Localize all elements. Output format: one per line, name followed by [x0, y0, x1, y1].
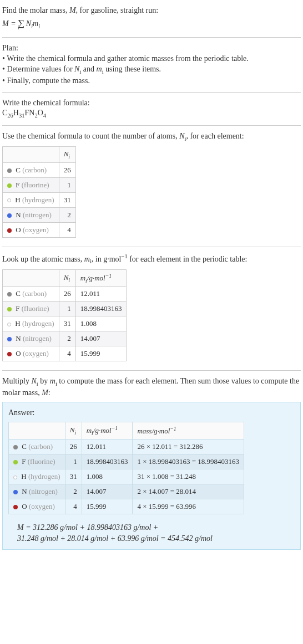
table-row: O (oxygen)4	[3, 222, 76, 237]
sub: 4	[43, 113, 46, 119]
table-row: F (fluorine)118.9984031631 × 18.99840316…	[9, 454, 244, 469]
sup: −1	[112, 425, 118, 431]
m-cell: 15.999	[82, 499, 133, 514]
table-header-row: Ni mi/g·mol−1	[3, 269, 127, 287]
text: using these items.	[104, 65, 161, 73]
var-M: M	[69, 6, 76, 14]
element-dot-icon	[7, 183, 12, 188]
unit: mass/g·mol	[137, 427, 170, 435]
n-cell: 2	[65, 484, 82, 499]
section-title: Multiply Ni by mi to compute the mass fo…	[2, 376, 301, 398]
unit: /g·mol	[93, 427, 112, 435]
text: , for each element:	[186, 132, 244, 140]
element-cell: F (fluorine)	[3, 301, 59, 316]
col-mi: mi/g·mol−1	[75, 269, 127, 287]
section-title: Use the chemical formula to count the nu…	[2, 131, 301, 143]
n-cell: 4	[59, 346, 75, 361]
mass-cell: 31 × 1.008 = 31.248	[133, 469, 244, 484]
mass-cell: 4 × 15.999 = 63.996	[133, 499, 244, 514]
sub-i: i	[38, 23, 40, 29]
n-cell: 4	[59, 222, 75, 237]
sup: −1	[170, 426, 176, 432]
elem-h: H	[13, 109, 19, 117]
mass-cell: 2 × 14.007 = 28.014	[133, 484, 244, 499]
element-dot-icon	[7, 307, 12, 311]
n-cell: 2	[59, 207, 75, 222]
text: :	[48, 389, 50, 397]
element-dot-icon	[7, 228, 12, 233]
element-dot-icon	[7, 323, 11, 326]
text: Multiply	[2, 377, 32, 385]
element-name: (nitrogen)	[23, 334, 52, 343]
mass-cell: 26 × 12.011 = 312.286	[133, 439, 244, 454]
element-dot-icon	[13, 476, 17, 479]
table-row: O (oxygen)415.999	[3, 346, 127, 361]
element-cell: O (oxygen)	[3, 346, 59, 361]
element-dot-icon	[7, 337, 12, 341]
var-m: m	[84, 255, 90, 263]
element-cell: H (hydrogen)	[3, 316, 59, 331]
answer-equation: M = 312.286 g/mol + 18.998403163 g/mol +…	[8, 518, 295, 544]
plan-bullet: • Write the chemical formula and gather …	[2, 54, 301, 64]
lookup-section: Look up the atomic mass, mi, in g·mol−1 …	[2, 249, 301, 369]
element-name: (carbon)	[22, 289, 47, 298]
table-row: C (carbon)2612.011	[3, 287, 127, 301]
mass-cell: 1 × 18.998403163 = 18.998403163	[133, 454, 244, 469]
element-cell: F (fluorine)	[3, 177, 59, 192]
var-N: N	[32, 377, 37, 385]
var-m: m	[50, 377, 55, 385]
molar-mass-formula: M = ∑iNimi	[2, 16, 301, 32]
elem-n: N	[29, 109, 34, 117]
n-cell: 1	[59, 177, 75, 192]
element-name: (carbon)	[28, 442, 53, 451]
plan-title: Plan:	[2, 43, 301, 54]
var-N: N	[179, 132, 184, 140]
table-header-row: Ni	[3, 147, 76, 163]
element-name: (fluorine)	[22, 304, 49, 313]
m-cell: 12.011	[75, 287, 127, 301]
sub-i: i	[68, 277, 70, 283]
sup: −1	[105, 273, 112, 279]
divider	[2, 92, 301, 93]
n-cell: 31	[59, 316, 75, 331]
divider	[2, 125, 301, 126]
table-row: N (nitrogen)214.0072 × 14.007 = 28.014	[9, 484, 244, 499]
var-m: m	[80, 274, 85, 282]
n-cell: 26	[59, 162, 75, 177]
m-cell: 18.998403163	[75, 301, 127, 316]
plan-section: Plan: • Write the chemical formula and g…	[2, 40, 301, 90]
col-mi: mi/g·mol−1	[82, 422, 133, 439]
var-m: m	[97, 65, 102, 73]
table-row: O (oxygen)415.9994 × 15.999 = 63.996	[9, 499, 244, 514]
lookup-table: Ni mi/g·mol−1 C (carbon)2612.011 F (fluo…	[2, 269, 127, 362]
element-dot-icon	[13, 505, 18, 509]
chemical-formula: C26H31FN2O4	[2, 108, 301, 120]
var-m: m	[87, 427, 92, 435]
count-table: Ni C (carbon)26 F (fluorine)1 H (hydroge…	[2, 146, 76, 238]
n-cell: 26	[65, 439, 82, 454]
element-cell: H (hydrogen)	[3, 192, 59, 207]
multiply-section: Multiply Ni by mi to compute the mass fo…	[2, 373, 301, 553]
text: , for gasoline, straight run:	[76, 6, 159, 14]
m-cell: 1.008	[82, 469, 133, 484]
element-cell: N (nitrogen)	[3, 207, 59, 222]
table-row: F (fluorine)1	[3, 177, 76, 192]
element-cell: O (oxygen)	[9, 499, 65, 514]
text: • Determine values for	[2, 65, 74, 73]
plan-bullet: • Finally, compute the mass.	[2, 76, 301, 86]
var-N: N	[26, 19, 31, 28]
text: for each element in the periodic table:	[128, 255, 248, 263]
elem-c: C	[2, 109, 7, 117]
sub: 31	[19, 113, 25, 119]
element-dot-icon	[7, 352, 12, 356]
text: , in g·mol	[92, 255, 122, 263]
element-dot-icon	[13, 460, 18, 464]
col-mass: mass/g·mol−1	[133, 422, 244, 439]
element-dot-icon	[13, 490, 18, 494]
element-name: (carbon)	[22, 166, 47, 174]
table-row: C (carbon)2612.01126 × 12.011 = 312.286	[9, 439, 244, 454]
col-ni: Ni	[59, 147, 75, 163]
divider	[2, 37, 301, 38]
element-cell: C (carbon)	[3, 287, 59, 301]
element-cell: O (oxygen)	[3, 222, 59, 237]
